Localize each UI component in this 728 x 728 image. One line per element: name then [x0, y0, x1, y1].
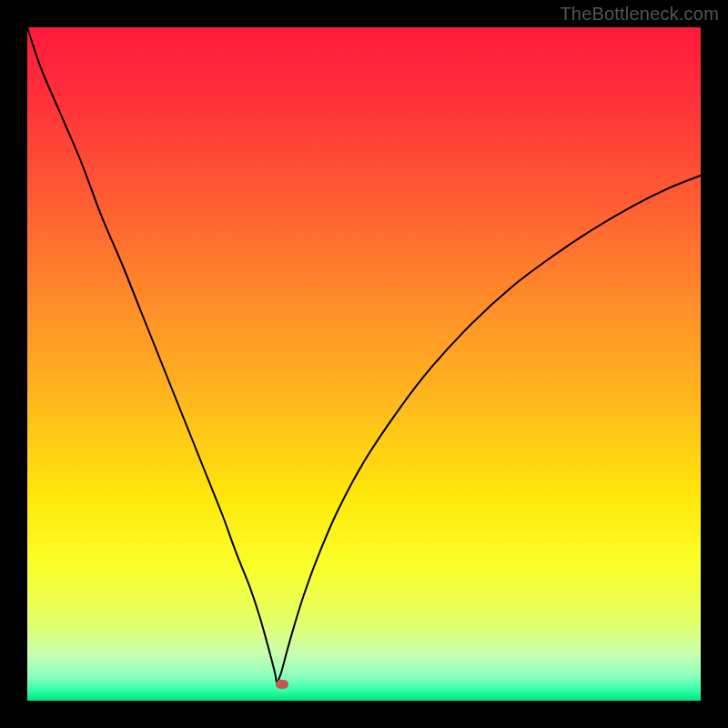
- svg-rect-0: [27, 27, 701, 701]
- plot-area: [27, 27, 701, 701]
- chart-frame: TheBottleneck.com: [0, 0, 728, 728]
- watermark-text: TheBottleneck.com: [560, 4, 719, 25]
- background-gradient: [27, 27, 701, 701]
- optimal-point-marker: [276, 680, 288, 689]
